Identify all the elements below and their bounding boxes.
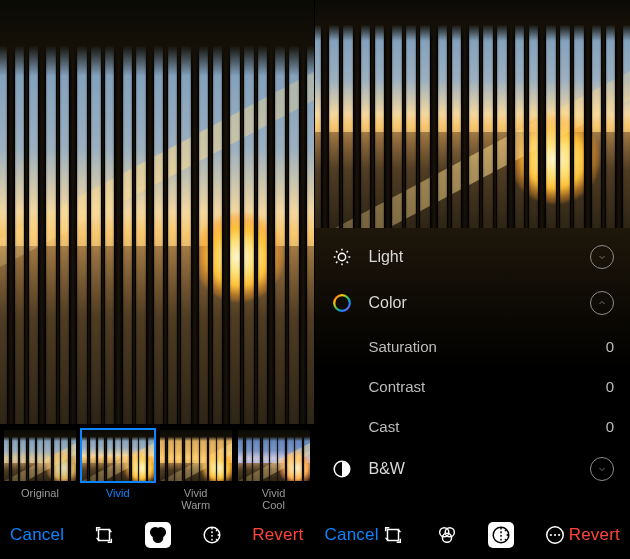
filter-label: VividCool	[262, 487, 286, 511]
revert-button[interactable]: Revert	[252, 525, 303, 545]
photo-preview	[315, 0, 631, 228]
svg-point-14	[334, 295, 350, 311]
filter-thumb	[2, 428, 78, 483]
filters-tool[interactable]	[145, 522, 171, 548]
filters-tool[interactable]	[434, 522, 460, 548]
param-contrast[interactable]: Contrast0	[329, 366, 615, 406]
cancel-button[interactable]: Cancel	[325, 525, 379, 545]
filter-label: Original	[21, 487, 59, 511]
adjust-row-color[interactable]: Color	[329, 280, 615, 326]
param-value: 0	[606, 378, 614, 395]
filter-thumb	[80, 428, 156, 483]
param-saturation[interactable]: Saturation0	[329, 326, 615, 366]
adjust-screen: Light Color Saturation0Contrast0Cast0 B&…	[315, 0, 631, 559]
param-label: Cast	[369, 418, 606, 435]
filter-thumb	[158, 428, 234, 483]
adjust-label: Color	[369, 294, 591, 312]
filter-thumb	[236, 428, 312, 483]
chevron-down-icon[interactable]	[590, 457, 614, 481]
filter-vividcool[interactable]: VividCool	[236, 428, 312, 511]
param-label: Saturation	[369, 338, 606, 355]
bottom-toolbar: Cancel Revert	[315, 511, 631, 559]
adjust-label: Light	[369, 248, 591, 266]
filter-original[interactable]: Original	[2, 428, 78, 511]
filter-vividwarm[interactable]: VividWarm	[158, 428, 234, 511]
more-tool[interactable]	[542, 522, 568, 548]
adjust-row-bw[interactable]: B&W	[329, 446, 615, 492]
filters-screen: OriginalVividVividWarmVividCool Cancel R…	[0, 0, 315, 559]
adjust-tool[interactable]	[488, 522, 514, 548]
filter-label: Vivid	[106, 487, 130, 511]
param-value: 0	[606, 418, 614, 435]
filter-strip: OriginalVividVividWarmVividCool	[0, 424, 314, 511]
filter-vivid[interactable]: Vivid	[80, 428, 156, 511]
adjust-label: B&W	[369, 460, 591, 478]
bw-icon	[329, 458, 355, 480]
photo-preview	[0, 0, 314, 424]
adjust-panel: Light Color Saturation0Contrast0Cast0 B&…	[315, 228, 631, 511]
adjust-row-light[interactable]: Light	[329, 234, 615, 280]
param-cast[interactable]: Cast0	[329, 406, 615, 446]
param-label: Contrast	[369, 378, 606, 395]
chevron-down-icon[interactable]	[590, 245, 614, 269]
light-icon	[329, 246, 355, 268]
chevron-up-icon[interactable]	[590, 291, 614, 315]
bottom-toolbar: Cancel Revert	[0, 511, 314, 559]
cancel-button[interactable]: Cancel	[10, 525, 64, 545]
crop-tool[interactable]	[91, 522, 117, 548]
crop-tool[interactable]	[380, 522, 406, 548]
revert-button[interactable]: Revert	[569, 525, 620, 545]
param-value: 0	[606, 338, 614, 355]
filter-label: VividWarm	[181, 487, 210, 511]
adjust-tool[interactable]	[199, 522, 225, 548]
color-icon	[329, 292, 355, 314]
